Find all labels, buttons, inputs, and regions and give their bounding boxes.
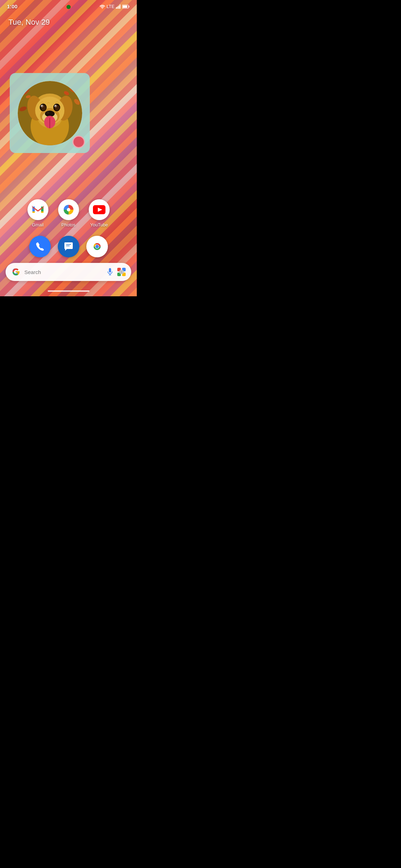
youtube-label: YouTube: [90, 222, 108, 227]
gmail-icon: [32, 205, 44, 215]
date-display: Tue, Nov 29: [0, 11, 137, 27]
messages-icon: [63, 241, 74, 252]
search-input[interactable]: [24, 263, 103, 281]
svg-rect-1: [116, 7, 117, 9]
google-g-icon: G: [11, 267, 21, 277]
photos-label: Photos: [61, 222, 75, 227]
camera-dot: [66, 5, 71, 9]
dog-photo: [18, 81, 82, 145]
gmail-icon-circle: [27, 199, 48, 220]
home-screen: 1:00 LTE: [0, 0, 137, 296]
svg-rect-2: [117, 7, 118, 9]
svg-point-0: [102, 8, 103, 9]
svg-point-28: [55, 105, 60, 111]
svg-rect-3: [118, 6, 119, 9]
status-bar: 1:00 LTE: [0, 0, 137, 11]
svg-rect-43: [109, 268, 111, 273]
svg-rect-6: [129, 6, 129, 7]
svg-point-22: [47, 112, 49, 114]
record-button[interactable]: [72, 136, 85, 148]
messages-app[interactable]: [58, 236, 79, 257]
svg-rect-4: [120, 5, 121, 9]
svg-point-41: [95, 245, 99, 248]
battery-icon: [122, 5, 130, 9]
svg-point-27: [41, 105, 46, 111]
search-bar[interactable]: G: [6, 263, 131, 281]
svg-point-52: [121, 271, 122, 273]
mic-icon[interactable]: [106, 268, 114, 276]
svg-point-34: [67, 208, 70, 211]
chrome-app[interactable]: [86, 236, 108, 257]
nav-pill: [48, 290, 89, 292]
gmail-label: Gmail: [32, 222, 44, 227]
middle-area: [0, 27, 137, 199]
wifi-icon: [100, 5, 105, 9]
status-time: 1:00: [7, 3, 17, 9]
date-text: Tue, Nov 29: [8, 18, 50, 26]
chrome-icon: [90, 240, 104, 254]
phone-app[interactable]: [29, 236, 51, 257]
dog-illustration: [18, 81, 82, 145]
svg-rect-7: [123, 5, 127, 8]
app-row: Gmail Photos: [0, 199, 137, 232]
youtube-app[interactable]: YouTube: [89, 199, 110, 227]
dock: [0, 232, 137, 263]
status-icons: LTE: [100, 4, 130, 9]
signal-icon: [116, 5, 121, 9]
gmail-app[interactable]: Gmail: [27, 199, 48, 227]
phone-icon: [35, 241, 45, 252]
nav-bar: [0, 288, 137, 296]
lte-icon: LTE: [107, 4, 115, 9]
dog-widget[interactable]: [10, 73, 90, 153]
youtube-icon: [93, 205, 105, 214]
photos-icon-circle: [58, 199, 79, 220]
youtube-icon-circle: [89, 199, 110, 220]
lens-icon[interactable]: [117, 268, 126, 276]
photos-icon: [62, 203, 75, 216]
photos-app[interactable]: Photos: [58, 199, 79, 227]
